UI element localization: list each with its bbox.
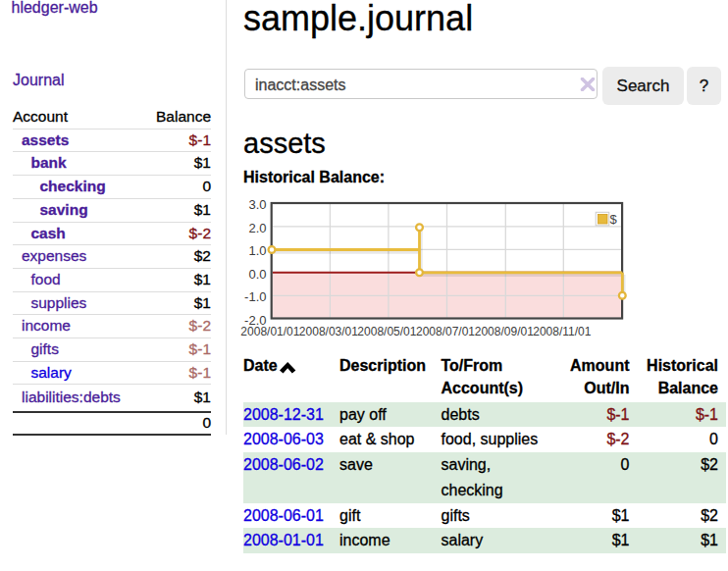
svg-text:3.0: 3.0 (248, 197, 266, 212)
svg-text:2008/03/01: 2008/03/01 (299, 325, 358, 338)
svg-text:2008/05/01: 2008/05/01 (357, 325, 416, 338)
svg-text:2008/09/01: 2008/09/01 (475, 325, 534, 338)
svg-text:1.0: 1.0 (248, 243, 266, 258)
svg-text:2.0: 2.0 (248, 221, 266, 235)
svg-text:2008/11/01: 2008/11/01 (533, 325, 591, 338)
svg-text:-1.0: -1.0 (244, 289, 266, 304)
svg-text:0.0: 0.0 (248, 267, 266, 282)
svg-text:2008/01/01: 2008/01/01 (240, 325, 299, 338)
svg-text:2008/07/01: 2008/07/01 (416, 325, 475, 338)
svg-text:$: $ (610, 212, 618, 227)
